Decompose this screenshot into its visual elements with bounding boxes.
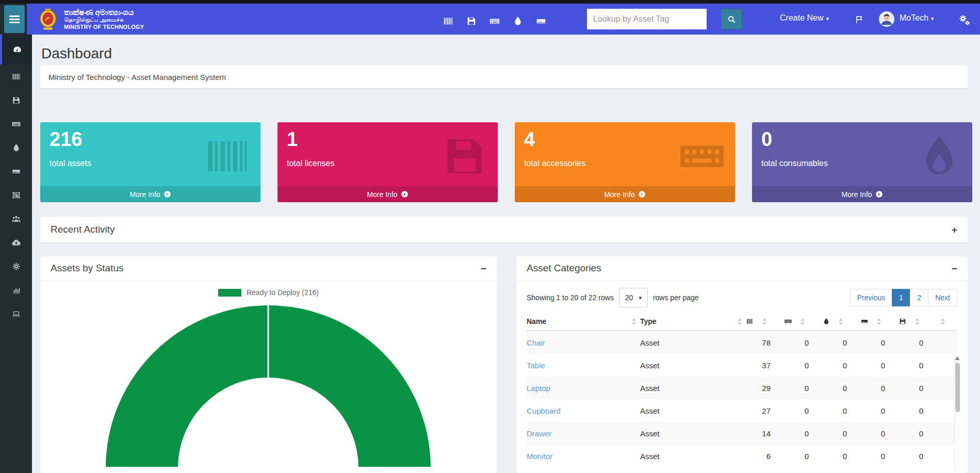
table-row: Cupboard Asset 27 0 0 0 0 (527, 399, 957, 422)
column-header-consumables[interactable] (822, 317, 847, 325)
avatar[interactable] (879, 11, 894, 27)
hamburger-icon (9, 14, 20, 25)
category-link[interactable]: Monitor (527, 452, 552, 461)
cell-consumables: 0 (822, 384, 860, 393)
table-row: Monitor Asset 6 0 0 0 0 (527, 445, 957, 467)
barcode-icon[interactable] (443, 15, 454, 27)
page-size-select[interactable]: 20 ▾ (619, 288, 648, 307)
column-header-assets[interactable] (746, 317, 771, 325)
pagination-next[interactable]: Next (928, 289, 957, 306)
status-donut-chart (40, 297, 497, 467)
scroll-up-icon[interactable] (955, 356, 960, 360)
gauge-icon (12, 45, 22, 55)
droplet-icon (822, 317, 830, 325)
brand-logo[interactable]: තාක්ෂණ අමාත්‍යාංශය தொழில்நுட்ப அமைச்சு M… (36, 7, 144, 31)
category-link[interactable]: Table (527, 361, 545, 370)
cell-assets: 78 (746, 338, 784, 347)
category-link[interactable]: Chair (527, 338, 545, 347)
pagination-page-2[interactable]: 2 (910, 289, 928, 306)
ministry-emblem-icon (36, 7, 60, 31)
panel-title: Assets by Status (51, 263, 124, 274)
expand-button[interactable]: + (952, 225, 957, 235)
sidebar-toggle-button[interactable] (4, 5, 25, 33)
cell-components: 0 (860, 406, 899, 415)
brand-line3: MINISTRY OF TECHNOLOGY (64, 24, 144, 30)
sidebar-item-settings[interactable] (0, 254, 32, 278)
sidebar-item-kits[interactable] (0, 183, 32, 207)
cell-components: 0 (860, 338, 899, 347)
cell-assets: 27 (746, 406, 784, 415)
sort-carets-icon (738, 318, 742, 325)
cell-licenses: 0 (899, 384, 937, 393)
keyboard-icon (784, 317, 792, 325)
panel-title: Asset Categories (527, 263, 601, 274)
droplet-icon[interactable] (512, 15, 524, 27)
category-link[interactable]: Cupboard (527, 406, 561, 415)
scrollbar-thumb[interactable] (955, 363, 960, 412)
column-header-accessories[interactable] (784, 317, 809, 325)
sidebar-item-assets[interactable] (0, 64, 32, 88)
more-info-link[interactable]: More Info (40, 186, 260, 202)
cell-components: 0 (860, 452, 899, 461)
column-header-type[interactable]: Type (640, 317, 746, 325)
floppy-icon (899, 317, 907, 325)
sort-carets-icon (839, 318, 843, 325)
more-info-link[interactable]: More Info (752, 186, 972, 202)
category-link[interactable]: Laptop (527, 384, 550, 393)
gear-icon (11, 262, 21, 271)
collapse-button[interactable]: − (481, 264, 486, 273)
sidebar-item-requestable[interactable] (0, 302, 32, 325)
cell-licenses: 0 (899, 452, 937, 461)
settings-gears-icon[interactable] (958, 14, 971, 25)
cell-type: Asset (640, 406, 660, 415)
pagination-page-1[interactable]: 1 (892, 289, 910, 306)
sidebar-item-import[interactable] (0, 231, 32, 254)
info-box-total-licenses: 1 total licenses More Info (277, 122, 498, 202)
cell-type: Asset (640, 452, 660, 461)
sidebar-item-components[interactable] (0, 159, 32, 183)
arrow-circle-right-icon (164, 190, 171, 198)
sort-carets-icon (801, 318, 805, 325)
search-button[interactable] (721, 9, 742, 29)
sidebar-item-dashboard[interactable] (0, 35, 32, 64)
arrow-circle-right-icon (401, 190, 409, 198)
sort-carets-icon (941, 318, 945, 325)
asset-tag-search-input[interactable] (587, 9, 707, 29)
keyboard-icon (676, 131, 728, 182)
column-header-components[interactable] (860, 317, 885, 325)
sidebar-item-licenses[interactable] (0, 88, 32, 112)
hdd-icon[interactable] (535, 15, 547, 27)
cell-licenses: 0 (899, 338, 937, 347)
chevron-down-icon: ▾ (826, 15, 829, 22)
more-info-link[interactable]: More Info (277, 186, 498, 202)
keyboard-icon[interactable] (489, 15, 500, 27)
sidebar-item-reports[interactable] (0, 278, 32, 302)
pagination-previous[interactable]: Previous (850, 289, 892, 306)
brand-line2-tamil: தொழில்நுட்ப அமைச்சு (64, 17, 144, 24)
user-menu[interactable]: MoTech▾ (900, 13, 934, 23)
sidebar-item-consumables[interactable] (0, 136, 32, 159)
cell-consumables: 0 (822, 338, 860, 347)
cell-type: Asset (640, 338, 660, 347)
table-row: Chair Asset 78 0 0 0 0 (527, 331, 957, 354)
column-header-licenses[interactable] (899, 317, 923, 325)
sidebar-item-people[interactable] (0, 207, 32, 231)
cell-assets: 6 (746, 452, 784, 461)
flag-icon[interactable] (854, 14, 864, 25)
create-new-menu[interactable]: Create New▾ (780, 13, 829, 23)
recent-activity-panel: Recent Activity + (40, 217, 968, 242)
legend-label: Ready to Deploy (216) (247, 288, 319, 297)
sidebar-item-accessories[interactable] (0, 112, 32, 136)
collapse-button[interactable]: − (952, 264, 957, 273)
info-box-total-accessories: 4 total accessories More Info (515, 122, 735, 202)
chart-legend-item[interactable]: Ready to Deploy (216) (40, 288, 497, 297)
more-info-link[interactable]: More Info (515, 186, 735, 202)
category-link[interactable]: Drawer (527, 429, 551, 438)
table-row: Table Asset 37 0 0 0 0 (527, 354, 957, 377)
floppy-icon[interactable] (466, 15, 477, 27)
table-scrollbar[interactable] (954, 354, 960, 471)
panel-title: Recent Activity (51, 224, 115, 235)
cell-accessories: 0 (784, 384, 822, 393)
sort-carets-icon (877, 318, 881, 325)
column-header-name[interactable]: Name (527, 317, 640, 325)
